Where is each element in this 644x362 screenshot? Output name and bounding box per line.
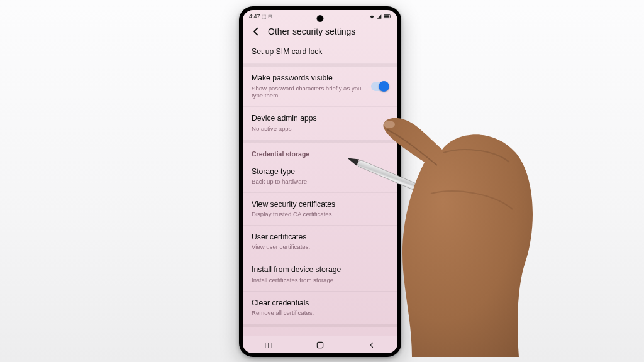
nav-recents-button[interactable] [250, 341, 287, 349]
row-subtitle: Display trusted CA certificates [252, 211, 389, 218]
signal-icon [377, 14, 382, 19]
row-title: Clear credentials [252, 299, 389, 308]
svg-rect-2 [391, 16, 391, 18]
row-install-from-storage[interactable]: Install from device storage Install cert… [243, 258, 397, 291]
row-title: Device admin apps [252, 114, 389, 123]
nav-home-button[interactable] [301, 341, 339, 349]
row-user-certificates[interactable]: User certificates View user certificates… [243, 226, 397, 258]
back-button[interactable] [250, 26, 262, 37]
svg-rect-6 [317, 342, 323, 348]
row-subtitle: Show password characters briefly as you … [252, 85, 365, 100]
row-subtitle: View user certificates. [252, 243, 389, 251]
row-subtitle: No active apps [252, 125, 389, 133]
row-title: Make passwords visible [252, 74, 365, 83]
passwords-visible-toggle[interactable] [371, 82, 389, 91]
row-title: User certificates [252, 233, 389, 242]
row-view-security-certificates[interactable]: View security certificates Display trust… [243, 193, 397, 226]
page-title: Other security settings [268, 26, 355, 36]
row-subtitle: Back up to hardware [252, 178, 389, 185]
nav-bar [243, 336, 397, 353]
status-time: 4:47 ⬚ ⊞ [249, 13, 272, 19]
status-extra-icons: ⬚ ⊞ [262, 14, 272, 19]
row-title: View security certificates [252, 200, 389, 209]
phone-screen: 4:47 ⬚ ⊞ Other security settings Set up … [243, 10, 397, 353]
category-credential-storage: Credential storage [243, 143, 397, 160]
row-subtitle: Remove all certificates. [252, 309, 389, 317]
row-sim-lock[interactable]: Set up SIM card lock [243, 40, 397, 64]
chevron-left-icon [250, 26, 262, 37]
row-clear-credentials[interactable]: Clear credentials Remove all certificate… [243, 292, 397, 324]
svg-rect-1 [384, 15, 389, 17]
wifi-icon [369, 14, 375, 19]
row-make-passwords-visible[interactable]: Make passwords visible Show password cha… [243, 67, 397, 107]
nav-back-button[interactable] [353, 341, 391, 349]
row-subtitle: Install certificates from storage. [252, 277, 389, 284]
row-title: Storage type [252, 167, 389, 177]
category-advanced: Advanced [243, 327, 397, 336]
row-title: Set up SIM card lock [252, 47, 389, 57]
phone-frame: 4:47 ⬚ ⊞ Other security settings Set up … [239, 6, 401, 357]
row-device-admin-apps[interactable]: Device admin apps No active apps [243, 107, 397, 140]
row-storage-type[interactable]: Storage type Back up to hardware [243, 160, 397, 193]
home-icon [316, 341, 325, 349]
nav-back-icon [368, 341, 375, 349]
recents-icon [264, 341, 274, 349]
battery-icon [384, 14, 391, 19]
settings-list[interactable]: Set up SIM card lock Make passwords visi… [243, 40, 397, 336]
front-camera [318, 16, 323, 21]
row-title: Install from device storage [252, 265, 389, 275]
svg-rect-9 [487, 214, 496, 224]
status-right-icons [369, 14, 391, 19]
